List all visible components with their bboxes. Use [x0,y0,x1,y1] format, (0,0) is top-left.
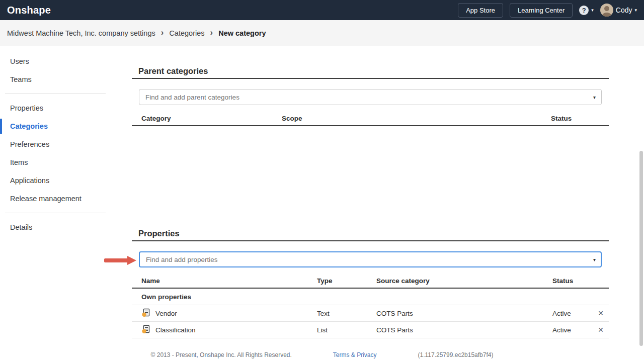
breadcrumb-company-settings[interactable]: Midwest Machine Tech, Inc. company setti… [7,29,155,37]
parent-categories-section: Parent categories ▾ Category Scope Statu… [132,66,609,229]
properties-combobox[interactable]: ▾ [139,251,602,267]
footer: © 2013 - Present, Onshape Inc. All Right… [0,348,644,362]
property-icon [141,325,150,335]
user-menu[interactable]: Cody ▾ [600,4,637,17]
property-row: Classification List COTS Parts Active ✕ [132,322,609,338]
property-row: Vendor Text COTS Parts Active ✕ [132,305,609,322]
properties-table-header: Name Type Source category Status [132,274,609,289]
property-name: Vendor [155,310,177,317]
parent-categories-search-input[interactable] [139,89,602,105]
topbar: Onshape App Store Learning Center ? ▾ Co… [0,0,644,20]
vertical-scrollbar-thumb[interactable] [639,151,643,346]
sidebar-item-applications[interactable]: Applications [0,171,111,190]
page: Onshape App Store Learning Center ? ▾ Co… [0,0,644,362]
sidebar-item-items[interactable]: Items [0,153,111,171]
sidebar-item-teams[interactable]: Teams [0,70,111,88]
copyright-text: © 2013 - Present, Onshape Inc. All Right… [151,351,292,358]
property-type: Text [317,310,376,317]
content-area: Users Teams Properties Categories Prefer… [0,46,644,362]
chevron-right-icon: › [210,28,213,38]
sidebar-item-preferences[interactable]: Preferences [0,135,111,153]
main-panel: Parent categories ▾ Category Scope Statu… [111,46,644,362]
sidebar-item-properties[interactable]: Properties [0,99,111,117]
topbar-actions: App Store Learning Center ? ▾ Cody ▾ [458,3,637,18]
column-header-category: Category [141,115,282,122]
sidebar-item-categories[interactable]: Categories [0,117,111,135]
breadcrumb-current-page: New category [218,29,266,37]
sidebar-divider [5,213,106,213]
properties-title: Properties [132,229,609,241]
property-name: Classification [155,326,196,334]
property-status: Active [552,326,593,334]
settings-sidebar: Users Teams Properties Categories Prefer… [0,46,111,362]
column-header-status: Status [552,277,593,285]
version-text: (1.117.25799.ec2b15afb7f4) [418,351,494,358]
sidebar-item-users[interactable]: Users [0,52,111,70]
app-store-button[interactable]: App Store [458,3,503,18]
property-type: List [317,326,376,334]
sidebar-divider [5,94,106,94]
learning-center-button[interactable]: Learning Center [510,3,573,18]
help-icon: ? [579,6,589,15]
caret-down-icon: ▾ [634,8,637,13]
onshape-logo[interactable]: Onshape [7,5,51,16]
caret-down-icon: ▾ [591,8,594,13]
help-menu[interactable]: ? ▾ [579,6,594,15]
column-header-scope: Scope [282,115,551,122]
property-status: Active [552,310,593,317]
column-header-source-category: Source category [376,277,552,285]
group-label: Own properties [141,293,317,301]
breadcrumb-categories[interactable]: Categories [169,29,204,37]
parent-categories-table-header: Category Scope Status [132,111,609,126]
properties-search-input[interactable] [139,251,602,267]
property-icon [141,308,150,319]
properties-section: Properties ▾ Name Type Source category S… [132,229,609,338]
user-avatar [600,4,613,17]
column-header-type: Type [317,277,376,285]
remove-property-button[interactable]: ✕ [593,326,609,333]
parent-categories-empty-area [132,126,609,229]
parent-categories-title: Parent categories [132,66,609,79]
sidebar-item-details[interactable]: Details [0,218,111,236]
parent-categories-combobox[interactable]: ▾ [139,89,602,105]
properties-group-row: Own properties [132,289,609,305]
chevron-right-icon: › [161,28,164,38]
breadcrumb: Midwest Machine Tech, Inc. company setti… [0,20,644,46]
property-source-category: COTS Parts [376,310,552,317]
column-header-status: Status [551,115,609,122]
column-header-name: Name [141,277,317,285]
property-source-category: COTS Parts [376,326,552,334]
user-name: Cody [616,6,632,14]
remove-property-button[interactable]: ✕ [593,310,609,317]
sidebar-item-release-management[interactable]: Release management [0,190,111,208]
terms-privacy-link[interactable]: Terms & Privacy [333,351,377,358]
